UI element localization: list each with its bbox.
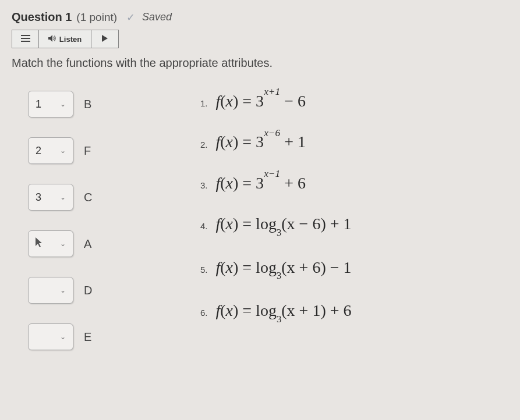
question-label: Question 1 [12, 10, 72, 24]
check-icon: ✓ [126, 11, 135, 24]
function-number: 2. [197, 140, 207, 150]
function-row: 1.f(x) = 3x+1 − 6 [197, 92, 351, 111]
svg-marker-4 [102, 35, 108, 42]
saved-label: Saved [142, 11, 172, 23]
match-select[interactable]: 2⌄ [28, 137, 73, 164]
question-points: (1 point) [76, 11, 117, 24]
function-expression: f(x) = log3(x − 6) + 1 [215, 215, 351, 236]
listen-label: Listen [59, 35, 82, 44]
match-letter: D [84, 284, 92, 297]
chevron-down-icon: ⌄ [60, 286, 66, 294]
match-column: 1⌄B2⌄F3⌄C⌄A⌄D⌄E [28, 91, 92, 350]
match-letter: B [84, 98, 91, 111]
play-icon [102, 35, 108, 44]
hamburger-icon [21, 35, 30, 44]
function-expression: f(x) = 3x−1 + 6 [215, 174, 306, 193]
match-row: 1⌄B [28, 91, 92, 118]
function-row: 4.f(x) = log3(x − 6) + 1 [197, 215, 351, 236]
function-row: 5.f(x) = log3(x + 6) − 1 [197, 258, 351, 280]
function-column: 1.f(x) = 3x+1 − 62.f(x) = 3x−6 + 13.f(x)… [197, 91, 351, 350]
function-row: 6.f(x) = log3(x + 1) + 6 [197, 301, 351, 323]
function-number: 3. [197, 180, 207, 190]
chevron-down-icon: ⌄ [60, 240, 66, 248]
match-row: ⌄A [28, 230, 92, 257]
function-expression: f(x) = 3x+1 − 6 [215, 92, 306, 111]
function-number: 4. [197, 221, 207, 231]
match-letter: E [84, 330, 91, 344]
function-number: 6. [197, 308, 207, 318]
play-button[interactable] [91, 30, 118, 48]
audio-toolbar: Listen [12, 30, 119, 48]
listen-button[interactable]: Listen [39, 30, 91, 48]
match-row: ⌄D [28, 277, 92, 304]
svg-marker-3 [48, 35, 52, 42]
chevron-down-icon: ⌄ [60, 333, 66, 341]
function-number: 1. [197, 98, 207, 108]
speaker-icon [48, 35, 56, 44]
match-select[interactable]: ⌄ [28, 230, 73, 257]
select-value: 2 [36, 145, 41, 157]
match-select[interactable]: 3⌄ [28, 184, 73, 211]
select-value: 3 [36, 191, 41, 204]
function-row: 2.f(x) = 3x−6 + 1 [197, 133, 351, 151]
match-letter: F [84, 144, 91, 158]
svg-marker-5 [36, 237, 42, 247]
function-number: 5. [197, 265, 207, 275]
match-row: 3⌄C [28, 184, 92, 211]
menu-button[interactable] [12, 30, 39, 48]
function-expression: f(x) = log3(x + 6) − 1 [215, 258, 351, 280]
chevron-down-icon: ⌄ [60, 147, 66, 155]
match-select[interactable]: 1⌄ [28, 91, 73, 118]
match-row: 2⌄F [28, 137, 92, 164]
question-header: Question 1 (1 point) ✓ Saved [12, 10, 508, 24]
cursor-icon [36, 237, 44, 251]
match-letter: C [84, 191, 92, 204]
select-value: 1 [36, 98, 41, 111]
chevron-down-icon: ⌄ [60, 100, 66, 108]
function-expression: f(x) = 3x−6 + 1 [215, 133, 306, 151]
match-select[interactable]: ⌄ [28, 277, 73, 304]
function-row: 3.f(x) = 3x−1 + 6 [197, 174, 351, 193]
match-select[interactable]: ⌄ [28, 323, 73, 350]
chevron-down-icon: ⌄ [60, 193, 66, 201]
match-letter: A [84, 237, 91, 251]
match-row: ⌄E [28, 323, 92, 350]
function-expression: f(x) = log3(x + 1) + 6 [215, 301, 351, 323]
question-prompt: Match the functions with the appropriate… [12, 56, 508, 70]
